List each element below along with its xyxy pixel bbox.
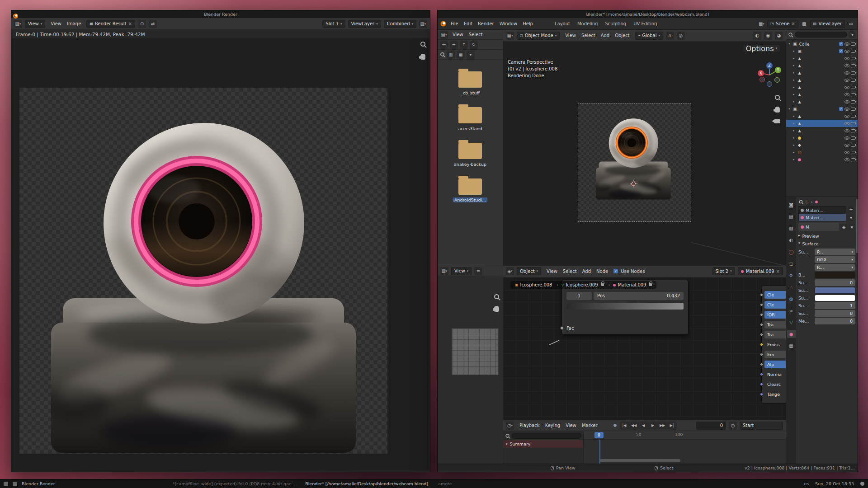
expand-arrow-icon[interactable]: ▸	[792, 85, 796, 89]
editor-type-button[interactable]: ▨▾	[14, 20, 22, 28]
editor-type-button[interactable]: ◈▾	[506, 267, 514, 275]
folder-item[interactable]: acers3fand	[438, 107, 503, 132]
properties-tab[interactable]: ◍	[787, 295, 796, 303]
refresh-icon[interactable]: ↻	[470, 41, 478, 49]
outliner-row[interactable]: ▸ ✓	[786, 127, 858, 134]
disable-render-icon[interactable]	[851, 108, 855, 111]
bsdf-socket-row[interactable]: IOR	[764, 311, 786, 319]
disable-render-icon[interactable]	[851, 100, 855, 103]
zoom-icon[interactable]	[420, 42, 425, 47]
menu-item[interactable]: Image	[64, 21, 84, 26]
expand-arrow-icon[interactable]: ▸	[792, 71, 796, 75]
tray-icon[interactable]	[860, 482, 864, 486]
view-mode-dropdown[interactable]: View▾	[451, 267, 472, 275]
folder-item[interactable]: AndroidStudi...	[438, 178, 503, 203]
swap-slots-icon[interactable]: ⇄	[149, 20, 157, 28]
menu-item[interactable]: Edit	[461, 21, 475, 26]
bsdf-socket-row[interactable]: Em	[764, 351, 786, 358]
disable-render-icon[interactable]	[851, 136, 855, 140]
menu-item[interactable]: Select	[579, 33, 598, 38]
socket-dot[interactable]	[760, 323, 763, 326]
disable-render-icon[interactable]	[851, 57, 855, 60]
workspace-tab[interactable]: Layout	[551, 20, 574, 27]
expand-arrow-icon[interactable]: ▸	[792, 143, 796, 147]
socket-dot[interactable]	[760, 303, 763, 306]
menu-item[interactable]: Add	[580, 269, 594, 274]
transport-button[interactable]: ◀	[639, 422, 648, 430]
expand-arrow-icon[interactable]: ▸	[792, 150, 796, 154]
outliner-row[interactable]: ▸ ✓	[786, 76, 858, 84]
properties-tab[interactable]: ◯	[787, 248, 796, 256]
socket-dot[interactable]	[760, 353, 763, 356]
disable-render-icon[interactable]	[851, 79, 855, 82]
editor-type-button[interactable]: ▦▾	[506, 32, 514, 40]
property-color-swatch[interactable]	[815, 287, 855, 294]
outliner-row[interactable]: ▸ ✓	[786, 141, 858, 149]
menu-item[interactable]: Help	[520, 21, 536, 26]
hide-eye-icon[interactable]	[844, 71, 849, 75]
bsdf-socket-row[interactable]: Norma	[764, 371, 786, 378]
filter-button[interactable]: ▾	[467, 51, 475, 59]
render-pass-dropdown[interactable]: Combined▾	[384, 20, 416, 28]
outliner-row[interactable]: ▸ ✓	[786, 156, 858, 163]
menu-item[interactable]: Node	[594, 269, 611, 274]
menu-item[interactable]: Select	[466, 32, 486, 37]
zoom-icon[interactable]	[775, 95, 780, 100]
scene-selector[interactable]: ◳Scene×	[767, 20, 798, 28]
blender-logo-icon[interactable]	[440, 21, 446, 27]
folder-item[interactable]: anakey-backup	[438, 143, 503, 168]
hide-eye-icon[interactable]	[844, 86, 849, 89]
disable-render-icon[interactable]	[851, 129, 855, 132]
properties-scrollbar[interactable]	[856, 199, 858, 253]
material-datablock-selector[interactable]: M	[798, 223, 839, 231]
filter-icon[interactable]: ▾	[849, 31, 856, 38]
disable-render-icon[interactable]	[851, 158, 855, 161]
menu-item[interactable]: Add	[598, 33, 612, 38]
menu-item[interactable]: Object	[612, 33, 632, 38]
property-color-swatch[interactable]	[815, 272, 855, 278]
disable-render-icon[interactable]	[851, 71, 855, 75]
secondary-editor-canvas[interactable]	[438, 276, 503, 464]
menu-item[interactable]: Render	[475, 21, 497, 26]
hide-eye-icon[interactable]	[844, 136, 849, 140]
expand-arrow-icon[interactable]: ▾	[788, 42, 791, 46]
taskbar-window-item[interactable]: Blender* [/home/amalie/Desktop/blender/w…	[305, 481, 428, 486]
outliner-row[interactable]: ▸ ✓	[786, 98, 858, 105]
scene-browse-button[interactable]: ▦▾	[757, 20, 765, 28]
viewport-canvas[interactable]: Options▾ Camera Perspective (0) v2 | Ico…	[503, 42, 786, 266]
disable-render-icon[interactable]	[851, 151, 855, 154]
property-number-field[interactable]: 0	[815, 279, 855, 286]
menu-item[interactable]: View	[450, 32, 466, 37]
menu-item[interactable]: Select	[560, 269, 580, 274]
outliner-row[interactable]: ▸ ✓	[786, 149, 858, 156]
property-number-field[interactable]: 0	[815, 318, 855, 324]
socket-dot[interactable]	[760, 363, 763, 366]
hide-eye-icon[interactable]	[844, 79, 849, 82]
breadcrumb-segment[interactable]: ▽ Icosphere.009	[561, 282, 610, 287]
socket-dot[interactable]	[760, 373, 763, 376]
bsdf-socket-row[interactable]: Alp	[764, 361, 786, 368]
up-icon[interactable]: ↑	[460, 41, 468, 49]
display-mode-button[interactable]: ▥	[447, 51, 455, 59]
outliner-row[interactable]: ▾ Colle ✓	[786, 40, 858, 47]
disable-render-icon[interactable]	[851, 122, 855, 125]
pan-hand-icon[interactable]	[775, 107, 780, 113]
search-icon[interactable]	[799, 200, 803, 204]
bsdf-socket-row[interactable]: Tra	[764, 331, 786, 338]
preview-panel-header[interactable]: ▸Preview	[798, 234, 855, 239]
expand-arrow-icon[interactable]: ▸	[792, 122, 796, 125]
properties-tab[interactable]: ◙	[787, 201, 796, 209]
main-window-titlebar[interactable]: Blender* [/home/amalie/Desktop/blender/w…	[438, 10, 858, 18]
menu-item[interactable]: Window	[497, 21, 520, 26]
navigation-gizmo[interactable]: Z Y X	[757, 61, 782, 87]
timeline-track-area[interactable]: 50100 0	[584, 431, 786, 464]
breadcrumb-segment[interactable]: ▣ Icosphere.008	[515, 282, 559, 287]
outliner-row[interactable]: ▸ ✓	[786, 84, 858, 91]
property-dropdown[interactable]: R...▾	[815, 264, 855, 271]
forward-icon[interactable]: →	[450, 41, 458, 49]
disable-render-icon[interactable]	[851, 42, 855, 46]
hide-eye-icon[interactable]	[844, 57, 849, 60]
editor-type-button[interactable]: ▤▾	[440, 31, 448, 39]
frame-start-field[interactable]: Start	[740, 422, 783, 430]
hide-eye-icon[interactable]	[844, 108, 849, 111]
